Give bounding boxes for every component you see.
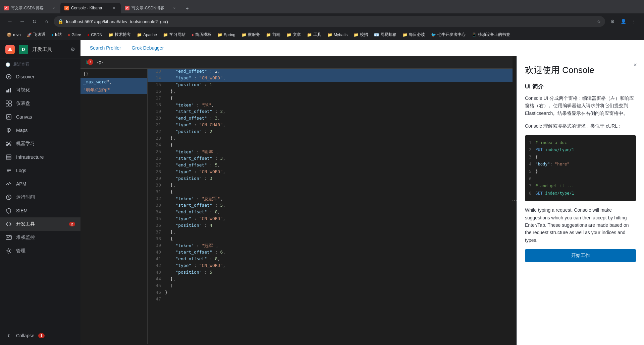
svg-marker-6	[8, 47, 12, 51]
bookmark-tools[interactable]: 📁 工具	[304, 30, 324, 39]
sidebar-item-canvas-label: Canvas	[16, 114, 75, 120]
bookmark-bilibili[interactable]: ● B站	[49, 30, 64, 39]
tab-2-close[interactable]: ×	[111, 5, 117, 11]
cs-ln-8: 8	[529, 190, 531, 197]
tab-3[interactable]: C 写文章-CSDN博客 ×	[121, 3, 181, 13]
bookmark-resume[interactable]: ● 简历模板	[189, 30, 214, 39]
table-row: 31 {	[148, 189, 513, 196]
welcome-close-button[interactable]: ×	[631, 60, 640, 70]
bookmark-mobile[interactable]: 📱 移动设备上的书签	[469, 30, 513, 39]
bookmark-daily[interactable]: 📁 每日必读	[400, 30, 428, 39]
svg-rect-11	[10, 88, 11, 92]
new-tab-button[interactable]: +	[182, 4, 192, 13]
svg-rect-29	[6, 158, 11, 159]
url-bar[interactable]: 🔒 localhost:5601/app/kibana#/dev_tools/c…	[54, 16, 605, 27]
line-num-38: 38	[148, 236, 164, 243]
line-content-26: "start_offset" : 3,	[164, 156, 513, 162]
code-editor[interactable]: 13 "end_offset" : 2, 14 "type" : "CN_WOR…	[148, 69, 513, 331]
sidebar-item-uptime[interactable]: 运行时间	[0, 191, 80, 204]
user-avatar[interactable]: D	[19, 45, 28, 54]
cs-ln-7: 7	[529, 183, 531, 190]
line-content-39: "token" : "冠军",	[164, 243, 513, 250]
bookmark-feisu[interactable]: 🚀 飞速通	[24, 30, 48, 39]
line-content-21: "type" : "CN_CHAR",	[164, 122, 513, 129]
discover-icon	[5, 73, 12, 80]
tab-3-close[interactable]: ×	[172, 5, 177, 11]
bookmark-bilibili-icon: ●	[51, 32, 54, 37]
sidebar-item-siem[interactable]: SIEM	[0, 204, 80, 217]
bookmark-email[interactable]: 📧 网易邮箱	[371, 30, 399, 39]
editor-header: 3	[80, 56, 513, 69]
sidebar-item-devtools[interactable]: 开发工具 2	[0, 217, 80, 231]
sidebar-item-infrastructure[interactable]: Infrastructure	[0, 150, 80, 164]
sidebar-item-apm[interactable]: APM	[0, 177, 80, 191]
bookmark-mybatis-label: Mybatis	[334, 32, 347, 37]
sidebar-item-dashboard[interactable]: 仪表盘	[0, 97, 80, 110]
menu-btn[interactable]: ⋮	[629, 17, 639, 26]
tab-2-favicon: K	[64, 6, 69, 10]
bookmark-csdn[interactable]: ● CSDN	[85, 31, 105, 39]
tab-2[interactable]: K Console - Kibana ×	[60, 3, 121, 13]
tab-grokdebugger[interactable]: Grok Debugger	[128, 43, 168, 54]
sidebar-item-devtools-label: 开发工具	[16, 221, 65, 227]
line-num-31: 31	[148, 189, 164, 196]
sidebar-item-discover[interactable]: Discover	[0, 70, 80, 83]
extensions-btn[interactable]: ⚙	[608, 17, 617, 26]
tab-1-close[interactable]: ×	[51, 5, 56, 11]
tab-searchprofiler[interactable]: Search Profiler	[86, 43, 125, 54]
sidebar-item-logs[interactable]: Logs	[0, 164, 80, 177]
line-num-43: 43	[148, 270, 164, 276]
bookmark-email-icon: 📧	[374, 32, 379, 37]
visualize-icon	[5, 87, 12, 93]
sidebar-item-visualize[interactable]: 可视化	[0, 83, 80, 97]
bookmark-apache[interactable]: 📁 Apache	[134, 31, 160, 39]
sidebar-item-apm-label: APM	[16, 181, 75, 187]
sidebar-item-monitoring[interactable]: 堆栈监控	[0, 231, 80, 244]
settings-icon[interactable]: ⚙	[70, 46, 75, 53]
line-content-20: "end_offset" : 3,	[164, 116, 513, 122]
svg-rect-9	[6, 90, 8, 92]
back-button[interactable]: ←	[5, 17, 15, 26]
line-content-19: "start_offset" : 2,	[164, 109, 513, 116]
sidebar-item-canvas[interactable]: Canvas	[0, 110, 80, 124]
profile-btn[interactable]: 👤	[619, 17, 628, 26]
welcome-title: 欢迎使用 Console	[525, 64, 636, 76]
bookmark-microservice[interactable]: 📁 微服务	[239, 30, 263, 39]
bookmark-qiniu[interactable]: 🐦 七牛开发者中心	[428, 30, 468, 39]
svg-point-21	[6, 142, 8, 143]
bookmark-frontend[interactable]: 📁 前端	[263, 30, 283, 39]
editor-left-panel[interactable]: {} _max_word", "明年总冠军"	[80, 69, 148, 344]
bookmark-campus[interactable]: 📁 校招	[351, 30, 371, 39]
svg-point-22	[10, 142, 11, 143]
line-content-41: "end_offset" : 8,	[164, 256, 513, 263]
bookmark-gitee[interactable]: ● Gitee	[65, 31, 84, 39]
bookmark-learning[interactable]: 📁 学习网站	[160, 30, 188, 39]
home-button[interactable]: ⌂	[42, 17, 51, 26]
reload-button[interactable]: ↻	[30, 17, 39, 26]
tab-1[interactable]: C 写文章-CSDN博客 ×	[0, 3, 60, 13]
start-button[interactable]: 开始工作	[525, 249, 636, 262]
table-row: 43 "position" : 5	[148, 270, 513, 276]
forward-button[interactable]: →	[17, 17, 27, 26]
code-sample-line-7: 7 # and get it ...	[529, 183, 632, 190]
bookmark-techblog[interactable]: 📁 技术博客	[106, 30, 133, 39]
devtools-icon	[5, 221, 12, 227]
collapse-button[interactable]: Collapse 1	[0, 329, 80, 342]
sidebar-item-management[interactable]: 管理	[0, 244, 80, 258]
line-content-45: ]	[164, 283, 513, 290]
bookmark-mybatis[interactable]: 📁 Mybatis	[325, 31, 350, 39]
code-sample-line-5: 5 }	[529, 168, 632, 176]
sidebar-item-ml[interactable]: 机器学习	[0, 137, 80, 150]
sidebar-item-maps[interactable]: Maps	[0, 124, 80, 137]
pane-divider[interactable]: ⋮	[513, 56, 517, 345]
bookmark-spring[interactable]: 📁 Spring	[215, 31, 238, 39]
bookmark-article[interactable]: 📁 文章	[284, 30, 304, 39]
recent-label[interactable]: 🕐 最近查看	[0, 59, 80, 70]
bookmark-mvn[interactable]: 📦 mvn	[4, 31, 23, 39]
settings-wrench-button[interactable]	[95, 58, 105, 67]
cs-code-2: PUT index/type/1	[535, 146, 574, 154]
bookmark-campus-icon: 📁	[354, 32, 359, 37]
sidebar-item-dashboard-label: 仪表盘	[16, 100, 75, 107]
line-content-24: {	[164, 142, 513, 149]
bookmark-frontend-label: 前端	[272, 32, 280, 38]
